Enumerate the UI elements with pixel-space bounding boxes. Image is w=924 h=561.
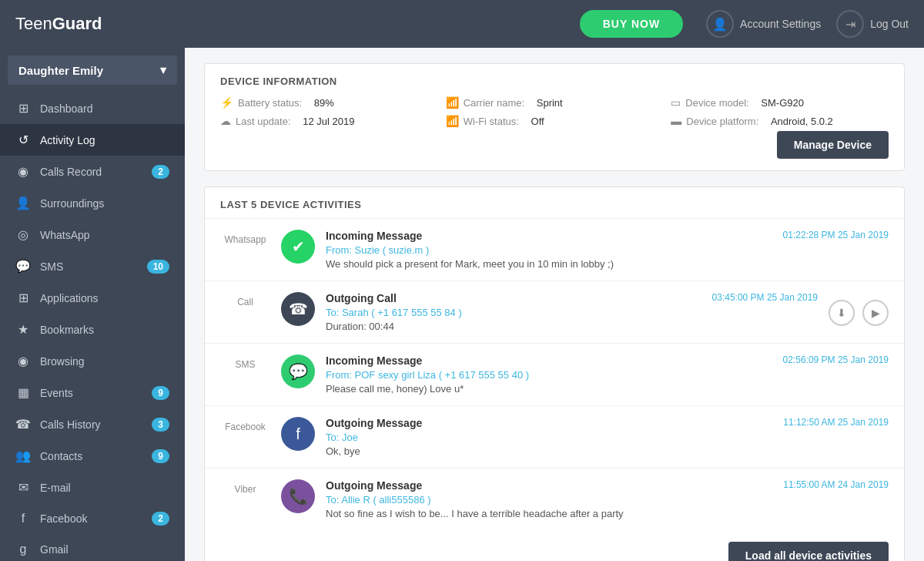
activity-app-label: Call: [220, 292, 270, 307]
activity-log-icon: ↺: [15, 133, 31, 147]
activity-time: 01:22:28 PM 25 Jan 2019: [783, 230, 889, 242]
account-icon: 👤: [706, 10, 734, 38]
manage-device-button[interactable]: Manage Device: [777, 131, 889, 159]
carrier-label: Carrier name:: [464, 97, 524, 109]
device-info-grid: ⚡ Battery status: 89% 📶 Carrier name: Sp…: [220, 96, 889, 127]
load-all-row: Load all device activities: [205, 530, 904, 561]
platform-label: Device platform:: [686, 116, 758, 127]
sidebar-label-browsing: Browsing: [40, 355, 169, 368]
activity-body: Outgoing Message 11:12:50 AM 25 Jan 2019…: [326, 417, 889, 457]
sidebar-item-sms[interactable]: 💬 SMS 10: [0, 250, 185, 282]
activity-item: Call ☎ Outgoing Call 03:45:00 PM 25 Jan …: [205, 281, 904, 344]
activities-title: LAST 5 DEVICE ACTIVITIES: [205, 187, 904, 219]
buy-now-button[interactable]: BUY NOW: [580, 10, 683, 38]
badge-calls-history: 3: [152, 418, 169, 432]
update-label: Last update:: [236, 116, 291, 127]
contacts-icon: 👥: [15, 448, 31, 463]
activity-type: Outgoing Message: [326, 479, 422, 492]
sms-icon: 💬: [15, 259, 31, 274]
sidebar-item-contacts[interactable]: 👥 Contacts 9: [0, 440, 185, 472]
sidebar: Daughter Emily ▾ ⊞ Dashboard ↺ Activity …: [0, 48, 185, 561]
activities-section: LAST 5 DEVICE ACTIVITIES Whatsapp ✔ Inco…: [204, 186, 905, 561]
platform-info: ▬ Device platform: Android, 5.0.2: [671, 115, 889, 127]
activity-from: To: Allie R ( alli555586 ): [326, 494, 889, 506]
badge-contacts: 9: [152, 449, 169, 463]
sidebar-label-applications: Applications: [40, 292, 169, 304]
activity-body: Incoming Message 02:56:09 PM 25 Jan 2019…: [326, 354, 889, 395]
wifi-info: 📶 Wi-Fi status: Off: [446, 115, 664, 127]
sidebar-label-events: Events: [40, 387, 142, 399]
sidebar-item-surroundings[interactable]: 👤 Surroundings: [0, 187, 185, 219]
bookmarks-icon: ★: [15, 322, 31, 337]
sidebar-item-gmail[interactable]: g Gmail: [0, 534, 185, 561]
main-layout: Daughter Emily ▾ ⊞ Dashboard ↺ Activity …: [0, 48, 924, 561]
activity-app-icon: ✔: [281, 230, 315, 264]
account-settings-item[interactable]: 👤 Account Settings: [706, 10, 821, 38]
carrier-value: Sprint: [537, 97, 563, 109]
sidebar-label-bookmarks: Bookmarks: [40, 324, 169, 336]
activity-msg: Not so fine as I wish to be... I have a …: [326, 508, 889, 519]
activity-header: Incoming Message 01:22:28 PM 25 Jan 2019: [326, 230, 889, 242]
activity-header: Outgoing Message 11:12:50 AM 25 Jan 2019: [326, 417, 889, 429]
activity-type: Outgoing Call: [326, 292, 397, 304]
sidebar-item-events[interactable]: ▦ Events 9: [0, 377, 185, 408]
sidebar-item-calls-record[interactable]: ◉ Calls Record 2: [0, 156, 185, 187]
whatsapp-icon: ◎: [15, 227, 31, 242]
load-all-button[interactable]: Load all device activities: [728, 542, 889, 561]
update-icon: ☁: [220, 115, 231, 127]
sidebar-item-dashboard[interactable]: ⊞ Dashboard: [0, 92, 185, 124]
activity-header: Incoming Message 02:56:09 PM 25 Jan 2019: [326, 354, 889, 367]
activity-header: Outgoing Call 03:45:00 PM 25 Jan 2019: [326, 292, 818, 304]
sidebar-item-applications[interactable]: ⊞ Applications: [0, 282, 185, 314]
platform-icon: ▬: [671, 115, 681, 127]
activity-app-icon: f: [281, 417, 315, 451]
wifi-value: Off: [531, 116, 544, 127]
model-value: SM-G920: [761, 97, 804, 109]
activity-app-icon: ☎: [281, 292, 315, 326]
activities-list: Whatsapp ✔ Incoming Message 01:22:28 PM …: [205, 219, 904, 530]
dashboard-icon: ⊞: [15, 101, 31, 116]
sidebar-label-dashboard: Dashboard: [40, 102, 169, 115]
activity-from: From: Suzie ( suzie.m ): [326, 244, 889, 256]
logo: TeenGuard: [15, 14, 102, 34]
nav-right: 👤 Account Settings ⇥ Log Out: [706, 10, 909, 38]
sidebar-label-activity-log: Activity Log: [40, 134, 169, 146]
sidebar-item-browsing[interactable]: ◉ Browsing: [0, 345, 185, 377]
browsing-icon: ◉: [15, 354, 31, 368]
activity-from: To: Sarah ( +1 617 555 55 84 ): [326, 307, 818, 318]
model-info: ▭ Device model: SM-G920: [671, 96, 889, 109]
sidebar-item-whatsapp[interactable]: ◎ WhatsApp: [0, 219, 185, 250]
sidebar-label-contacts: Contacts: [40, 450, 142, 462]
badge-calls-record: 2: [152, 165, 169, 179]
activity-item: Viber 📞 Outgoing Message 11:55:00 AM 24 …: [205, 469, 904, 530]
activity-type: Outgoing Message: [326, 417, 422, 429]
chevron-down-icon: ▾: [160, 63, 166, 77]
wifi-label: Wi-Fi status:: [464, 116, 519, 127]
play-button[interactable]: ▶: [862, 300, 889, 326]
activity-msg: Please call me, honey) Love u*: [326, 383, 889, 395]
activity-msg: Duration: 00:44: [326, 321, 818, 332]
activity-item: Facebook f Outgoing Message 11:12:50 AM …: [205, 406, 904, 469]
activity-from: From: POF sexy girl Liza ( +1 617 555 55…: [326, 369, 889, 381]
activity-app-icon: 📞: [281, 479, 315, 513]
sidebar-item-bookmarks[interactable]: ★ Bookmarks: [0, 314, 185, 345]
logout-item[interactable]: ⇥ Log Out: [836, 10, 909, 38]
download-button[interactable]: ⬇: [829, 300, 855, 326]
update-value: 12 Jul 2019: [303, 116, 354, 127]
sidebar-item-calls-history[interactable]: ☎ Calls History 3: [0, 408, 185, 440]
activity-body: Outgoing Call 03:45:00 PM 25 Jan 2019 To…: [326, 292, 818, 332]
sidebar-item-facebook[interactable]: f Facebook 2: [0, 503, 185, 534]
sidebar-label-calls-record: Calls Record: [40, 166, 142, 178]
sidebar-label-calls-history: Calls History: [40, 418, 142, 431]
sidebar-label-email: E-mail: [40, 482, 169, 494]
main-content: DEVICE INFORMATION ⚡ Battery status: 89%…: [185, 48, 924, 561]
wifi-icon: 📶: [446, 115, 459, 127]
facebook-icon: f: [15, 512, 31, 526]
sidebar-item-email[interactable]: ✉ E-mail: [0, 472, 185, 503]
activity-item: Whatsapp ✔ Incoming Message 01:22:28 PM …: [205, 219, 904, 281]
activity-type: Incoming Message: [326, 354, 422, 367]
sidebar-item-activity-log[interactable]: ↺ Activity Log: [0, 124, 185, 156]
events-icon: ▦: [15, 385, 31, 400]
sidebar-nav: ⊞ Dashboard ↺ Activity Log ◉ Calls Recor…: [0, 92, 185, 561]
device-selector[interactable]: Daughter Emily ▾: [8, 55, 177, 85]
